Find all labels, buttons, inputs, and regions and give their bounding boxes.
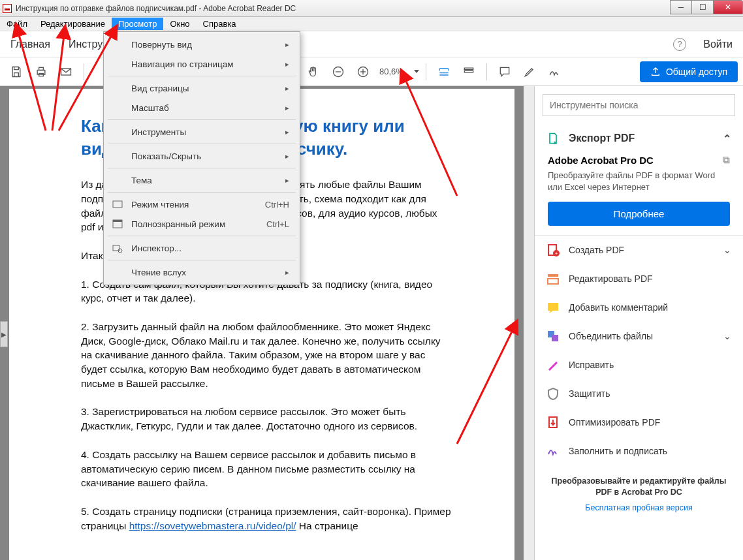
chevron-down-icon: ⌄ [723,331,731,341]
footer-promo: Преобразовывайте и редактируйте файлы PD… [548,476,730,498]
share-label: Общий доступ [666,67,727,77]
fillsign-row[interactable]: Заполнить и подписать [535,437,743,465]
learn-more-button[interactable]: Подробнее [548,202,730,226]
minimize-button[interactable]: ─ [670,0,692,14]
combine-icon [546,330,560,343]
mail-icon[interactable] [55,61,77,83]
dd-theme[interactable]: Тема▸ [105,170,298,190]
doc-para: 5. Создать страницу подписки (страница п… [81,505,452,533]
dd-rotate[interactable]: Повернуть вид▸ [105,35,298,54]
comment-row[interactable]: Добавить комментарий [535,293,743,322]
dd-inspector[interactable]: Инспектор... [105,238,298,258]
save-icon[interactable] [5,61,27,83]
dd-readaloud[interactable]: Чтение вслух▸ [105,262,298,282]
fix-row[interactable]: Исправить [535,350,743,379]
signin-link[interactable]: Войти [703,39,733,50]
zoom-out-icon[interactable] [327,61,349,83]
create-pdf-row[interactable]: + Создать PDF⌄ [535,236,743,264]
page-display-icon[interactable] [458,61,480,83]
inspector-icon [112,242,123,254]
highlight-icon[interactable] [518,61,541,83]
export-pdf-label: Экспорт PDF [569,132,635,144]
window-title: Инструкция по отправке файлов подписчика… [16,4,296,13]
fit-width-icon[interactable] [433,61,455,83]
svg-rect-22 [113,220,122,222]
free-trial-link[interactable]: Бесплатная пробная версия [548,503,730,512]
comment-icon[interactable] [494,61,516,83]
pro-desc: Преобразуйте файлы PDF в формат Word или… [548,170,730,193]
edit-pdf-icon [546,272,560,285]
scrollbar-vertical[interactable] [524,86,534,560]
dd-zoom[interactable]: Масштаб▸ [105,98,298,117]
readmode-icon [112,198,123,210]
svg-rect-20 [113,201,122,208]
chevron-down-icon: ⌄ [723,245,731,255]
shield-icon [546,387,560,400]
zoom-level[interactable]: 80,6% [379,67,403,76]
svg-rect-18 [552,335,558,341]
export-pdf-icon [546,132,560,145]
svg-rect-15 [548,279,558,284]
optimize-row[interactable]: Оптимизировать PDF [535,408,743,437]
dd-tools[interactable]: Инструменты▸ [105,122,298,142]
hand-tool-icon[interactable] [302,61,324,83]
svg-rect-9 [464,68,473,70]
combine-row[interactable]: Объединить файлы⌄ [535,322,743,350]
zoom-dropdown-icon[interactable] [414,70,419,73]
menu-window[interactable]: Окно [163,18,196,30]
svg-rect-14 [548,274,558,277]
fix-icon [546,358,560,371]
doc-para: 2. Загрузить данный файл на любом файлоо… [81,320,452,390]
sign-icon[interactable] [543,61,565,83]
svg-rect-16 [548,303,558,311]
menu-help[interactable]: Справка [197,18,243,30]
protect-row[interactable]: Защитить [535,379,743,408]
doc-para: 3. Зарегистрироваться на любом сервисе р… [81,405,452,433]
close-button[interactable]: ✕ [713,0,743,14]
comment-bubble-icon [546,301,560,314]
view-menu-dropdown: Повернуть вид▸ Навигация по страницам▸ В… [103,31,300,285]
svg-text:+: + [555,251,558,257]
menubar: Файл Редактирование Просмотр Окно Справк… [0,17,743,31]
optimize-icon [546,416,560,429]
chevron-up-icon: ⌃ [723,132,731,145]
export-pdf-row[interactable]: Экспорт PDF ⌃ [535,124,743,153]
fullscreen-icon [112,218,123,230]
help-icon[interactable]: ? [673,38,686,51]
pdf-file-icon [3,4,12,13]
svg-rect-1 [39,67,44,70]
dd-nav[interactable]: Навигация по страницам▸ [105,54,298,74]
svg-rect-10 [464,70,473,72]
doc-para: 4. Создать рассылку на Вашем сервисе рас… [81,448,452,490]
window-titlebar: Инструкция по отправке файлов подписчика… [0,0,743,17]
print-icon[interactable] [30,61,52,83]
pro-title: Adobe Acrobat Pro DC [548,155,654,166]
dd-showhide[interactable]: Показать/Скрыть▸ [105,146,298,166]
share-button[interactable]: Общий доступ [640,61,738,82]
tools-search-input[interactable] [543,94,735,116]
menu-view[interactable]: Просмотр [112,18,163,30]
dd-readmode[interactable]: Режим чтенияCtrl+H [105,194,298,214]
doc-link[interactable]: https://sovetywebmastera.ru/video/pl/ [129,520,296,531]
menu-file[interactable]: Файл [0,18,34,30]
fillsign-icon [546,444,560,458]
copy-icon[interactable]: ⧉ [723,154,730,166]
tools-sidepanel: ▶ Экспорт PDF ⌃ Adobe Acrobat Pro DC⧉ Пр… [534,86,743,560]
upload-icon [650,67,661,77]
menu-edit[interactable]: Редактирование [34,18,112,30]
tools-search[interactable] [543,94,735,116]
create-pdf-icon: + [546,243,560,257]
left-panel-toggle[interactable]: ▶ [0,321,8,347]
dd-pageview[interactable]: Вид страницы▸ [105,78,298,98]
zoom-in-icon[interactable] [352,61,374,83]
dd-fullscreen[interactable]: Полноэкранный режимCtrl+L [105,214,298,234]
edit-pdf-row[interactable]: Редактировать PDF [535,264,743,293]
maximize-button[interactable]: ☐ [691,0,714,14]
tab-home[interactable]: Главная [10,39,50,50]
